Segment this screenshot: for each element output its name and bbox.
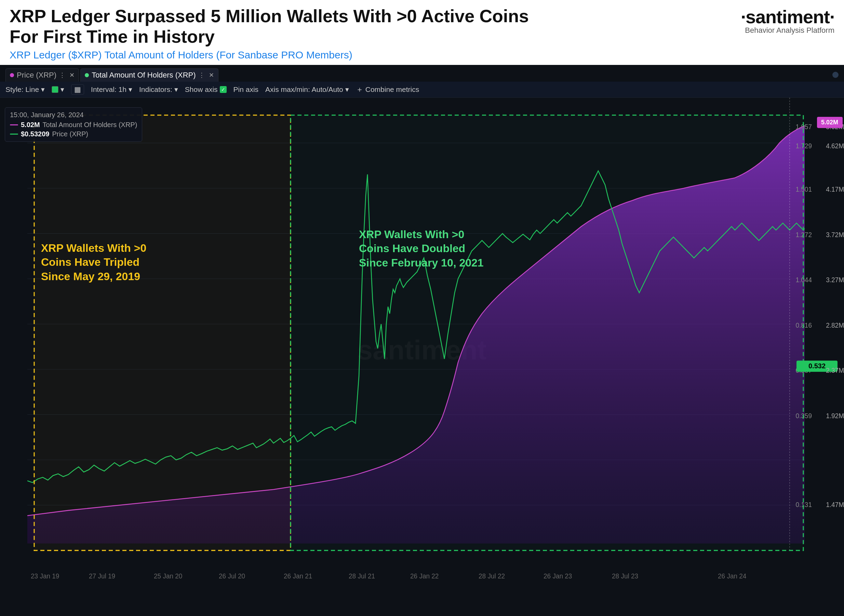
tooltip-holders-value: 5.02M [21,121,40,129]
combine-label: Combine metrics [365,85,419,94]
pin-axis-toggle[interactable]: Pin axis [234,85,259,94]
tab-holders[interactable]: Total Amount Of Holders (XRP) ⋮ ✕ [80,68,218,82]
tooltip-price-line [10,133,18,135]
color-picker[interactable]: ▾ [51,85,64,94]
pin-axis-label: Pin axis [234,85,259,94]
svg-text:1.47M: 1.47M [826,501,844,508]
main-chart-svg: 1.957 1.729 1.501 1.272 1.044 0.816 0.58… [0,98,844,603]
svg-text:3.27M: 3.27M [826,276,844,283]
tooltip-price-label: Price (XRP) [52,130,88,138]
svg-text:26 Jul 20: 26 Jul 20 [219,572,245,579]
interval-selector[interactable]: Interval: 1h ▾ [91,85,132,94]
tagline: Behavior Analysis Platform [741,26,834,35]
header-title: XRP Ledger Surpassed 5 Million Wallets W… [10,6,557,47]
chart-container: Price (XRP) ⋮ ✕ Total Amount Of Holders … [0,65,844,614]
svg-text:26 Jan 22: 26 Jan 22 [410,572,438,579]
axis-minmax-label: Axis max/min: Auto/Auto [265,85,343,94]
svg-text:28 Jul 21: 28 Jul 21 [348,572,375,579]
tab-holders-close[interactable]: ✕ [209,71,214,79]
interval-chevron: ▾ [128,85,132,94]
svg-text:4.17M: 4.17M [826,186,844,193]
style-selector[interactable]: Style: Line ▾ [6,85,45,94]
svg-text:2.37M: 2.37M [826,367,844,374]
tab-price[interactable]: Price (XRP) ⋮ ✕ [6,68,79,82]
indicator-box[interactable]: ▦ [71,84,84,95]
svg-text:4.62M: 4.62M [826,142,844,149]
main-container: ·santiment· Behavior Analysis Platform X… [0,0,844,616]
axis-chevron: ▾ [345,85,349,94]
tab-bar: Price (XRP) ⋮ ✕ Total Amount Of Holders … [0,65,844,82]
svg-rect-45 [291,115,803,550]
svg-text:26 Jan 23: 26 Jan 23 [544,572,572,579]
tab-holders-label: Total Amount Of Holders (XRP) [92,71,196,79]
svg-text:2.82M: 2.82M [826,321,844,329]
green-annotation: XRP Wallets With >0Coins Have DoubledSin… [359,227,484,270]
combine-button[interactable]: ＋ Combine metrics [356,84,419,95]
tooltip-date: 15:00, January 26, 2024 [10,111,137,119]
toolbar: Style: Line ▾ ▾ ▦ Interval: 1h ▾ Indicat… [0,82,844,98]
svg-text:26 Jan 24: 26 Jan 24 [718,572,747,579]
svg-text:28 Jul 22: 28 Jul 22 [479,572,505,579]
svg-text:5.02M: 5.02M [821,119,838,126]
plus-icon: ＋ [356,84,363,95]
tooltip-holders-row: 5.02M Total Amount Of Holders (XRP) [10,121,137,129]
tooltip-price-row: $0.53209 Price (XRP) [10,130,137,138]
tab-price-label: Price (XRP) [17,71,56,79]
holders-dot [85,73,89,77]
price-dot [10,73,14,77]
indicators-selector[interactable]: Indicators: ▾ [139,85,178,94]
svg-text:28 Jul 23: 28 Jul 23 [612,572,638,579]
color-chevron: ▾ [60,85,64,94]
santiment-logo: ·santiment· Behavior Analysis Platform [741,6,834,35]
yellow-annotation: XRP Wallets With >0Coins Have TripledSin… [41,241,146,284]
style-label: Style: Line [6,85,39,94]
svg-text:26 Jan 21: 26 Jan 21 [284,572,312,579]
indicator-icon: ▦ [74,85,81,94]
tab-price-close[interactable]: ✕ [69,71,75,79]
chart-area: santiment [0,98,844,603]
svg-rect-44 [34,115,291,550]
interval-label: Interval: 1h [91,85,126,94]
svg-text:25 Jan 20: 25 Jan 20 [154,572,182,579]
header-section: ·santiment· Behavior Analysis Platform X… [0,0,844,65]
tooltip-holders-label: Total Amount Of Holders (XRP) [43,121,137,129]
svg-text:1.92M: 1.92M [826,412,844,419]
tab-price-menu[interactable]: ⋮ [59,71,65,79]
show-axis-toggle[interactable]: Show axis ✓ [185,85,226,94]
color-swatch[interactable] [51,86,59,93]
chevron-down-icon: ▾ [41,85,45,94]
svg-text:27 Jul 19: 27 Jul 19 [89,572,115,579]
logo-text: ·santiment· [741,6,834,27]
header-subtitle: XRP Ledger ($XRP) Total Amount of Holder… [10,49,834,61]
axis-minmax-selector[interactable]: Axis max/min: Auto/Auto ▾ [265,85,349,94]
show-axis-checkbox[interactable]: ✓ [220,86,226,93]
tooltip-price-value: $0.53209 [21,130,49,138]
chart-options-dot[interactable] [832,72,838,78]
tab-holders-menu[interactable]: ⋮ [199,71,205,79]
tooltip-holders-line [10,125,18,125]
indicators-chevron: ▾ [174,85,178,94]
tooltip-box: 15:00, January 26, 2024 5.02M Total Amou… [5,107,142,142]
svg-text:3.72M: 3.72M [826,231,844,238]
indicators-label: Indicators: [139,85,172,94]
svg-text:23 Jan 19: 23 Jan 19 [31,572,59,579]
show-axis-label: Show axis [185,85,218,94]
svg-text:0.532: 0.532 [809,362,826,369]
